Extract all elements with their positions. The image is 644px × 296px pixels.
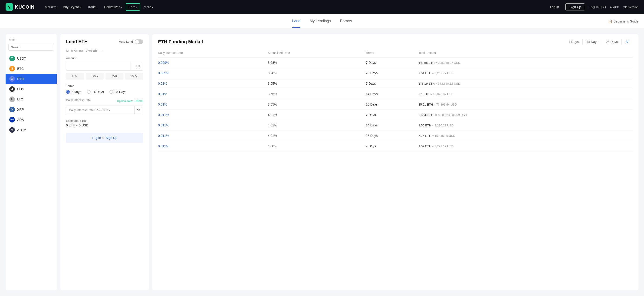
coin-item-atom[interactable]: ⊕ ATOM (6, 125, 57, 135)
term-7days[interactable]: 7 Days (66, 90, 81, 94)
pct-100-button[interactable]: 100% (125, 73, 143, 80)
filter-7days[interactable]: 7 Days (565, 39, 583, 44)
terms-cell: 28 Days (366, 131, 418, 141)
nav-earn[interactable]: Earn ▾ (126, 3, 140, 11)
rate-cell[interactable]: 0.011% (158, 110, 268, 120)
coin-item-ada[interactable]: ✦✦ ADA (6, 115, 57, 125)
rate-cell[interactable]: 0.012% (158, 141, 268, 151)
signup-button[interactable]: Sign Up (566, 3, 585, 10)
coin-item-eos[interactable]: ◆ EOS (6, 84, 57, 94)
rate-cell[interactable]: 0.011% (158, 120, 268, 131)
percent-buttons: 25% 50% 75% 100% (66, 73, 143, 80)
radio-28days (110, 90, 113, 94)
guide-icon: 📋 (608, 19, 612, 23)
annualized-cell: 3.65% (268, 99, 366, 110)
language-selector[interactable]: English/USD (589, 5, 606, 9)
table-row: 0.01% 3.65% 14 Days 9.1 ETH ≈ 19,076.37 … (158, 89, 633, 99)
filter-all[interactable]: All (622, 39, 633, 44)
term-14days[interactable]: 14 Days (87, 90, 104, 94)
amount-label: Amount (66, 56, 143, 60)
table-row: 0.012% 4.38% 7 Days 1.57 ETH ≈ 3,291.19 … (158, 141, 633, 151)
rate-cell[interactable]: 0.009% (158, 68, 268, 78)
radio-14days (87, 90, 90, 94)
pct-25-button[interactable]: 25% (66, 73, 84, 80)
nav-derivatives[interactable]: Derivatives ▾ (101, 3, 125, 11)
rate-cell[interactable]: 0.01% (158, 89, 268, 99)
login-link[interactable]: Log In (92, 136, 101, 140)
amount-cell: 1.56 ETH ≈ 3,270.23 USD (418, 120, 633, 131)
table-row: 0.011% 4.01% 28 Days 7.75 ETH ≈ 16,246.3… (158, 131, 633, 141)
eth-icon: Ξ (9, 76, 15, 82)
coin-item-eth[interactable]: Ξ ETH (6, 74, 57, 84)
navbar: KUCOIN Markets Buy Crypto ▾ Trade ▾ Deri… (0, 0, 644, 14)
auto-lend-toggle[interactable] (135, 39, 143, 44)
auto-lend-label[interactable]: Auto-Lend (119, 40, 133, 43)
app-download[interactable]: ⬇ APP (610, 5, 619, 9)
term-28days[interactable]: 28 Days (110, 90, 126, 94)
download-icon: ⬇ (610, 5, 612, 9)
amount-input-wrap: ETH (66, 62, 143, 71)
rate-label: Daily Interest Rate (66, 98, 91, 102)
est-profit-value: 0 ETH ≈ 0 USD (66, 123, 143, 127)
rate-input[interactable] (66, 106, 134, 114)
rate-cell[interactable]: 0.011% (158, 131, 268, 141)
nav-more[interactable]: More ▾ (141, 3, 156, 11)
coin-item-btc[interactable]: ₿ BTC (6, 64, 57, 74)
amount-cell: 178.19 ETH ≈ 373,540.62 USD (418, 78, 633, 89)
rate-cell[interactable]: 0.01% (158, 78, 268, 89)
amount-cell: 1.57 ETH ≈ 3,291.19 USD (418, 141, 633, 151)
filter-28days[interactable]: 28 Days (602, 39, 622, 44)
tab-my-lendings[interactable]: My Lendings (310, 15, 331, 28)
coin-item-usdt[interactable]: T USDT (6, 53, 57, 64)
signup-link[interactable]: Sign Up (106, 136, 117, 140)
coin-label-ltc: LTC (17, 97, 23, 101)
auto-lend-area: Auto-Lend (119, 39, 143, 44)
terms-label: Terms (66, 84, 143, 88)
amount-cell: 9.1 ETH ≈ 19,076.37 USD (418, 89, 633, 99)
optimal-rate-value: 0.009% (134, 100, 143, 103)
eos-icon: ◆ (9, 86, 15, 92)
beginners-guide[interactable]: 📋 Beginner's Guide (608, 19, 638, 23)
terms-cell: 14 Days (366, 89, 418, 99)
terms-radio-group: 7 Days 14 Days 28 Days (66, 90, 143, 94)
radio-7days (66, 90, 70, 94)
rate-input-wrap: % (66, 106, 143, 114)
nav-trade[interactable]: Trade ▾ (84, 3, 100, 11)
coin-label-usdt: USDT (17, 57, 26, 60)
nav-right: Log In Sign Up English/USD ⬇ APP Old Ver… (547, 3, 638, 10)
amount-cell: 7.75 ETH ≈ 16,246.36 USD (418, 131, 633, 141)
col-total-amount: Total Amount (418, 49, 633, 58)
lend-header: Lend ETH Auto-Lend (66, 39, 143, 44)
rate-cell[interactable]: 0.01% (158, 99, 268, 110)
nav-markets[interactable]: Markets (42, 3, 59, 11)
login-button[interactable]: Log In (547, 4, 562, 10)
col-daily-rate: Daily Interest Rate (158, 49, 268, 58)
logo[interactable]: KUCOIN (6, 3, 34, 11)
ada-icon: ✦✦ (9, 117, 15, 123)
coin-label-xrp: XRP (17, 108, 24, 111)
tabs-bar: Lend My Lendings Borrow 📋 Beginner's Gui… (0, 14, 644, 29)
rate-cell[interactable]: 0.009% (158, 58, 268, 68)
pct-50-button[interactable]: 50% (86, 73, 104, 80)
amount-input[interactable] (66, 62, 130, 70)
chevron-down-icon: ▾ (96, 6, 98, 8)
market-panel: ETH Funding Market 7 Days 14 Days 28 Day… (152, 34, 638, 291)
annualized-cell: 3.65% (268, 89, 366, 99)
nav-buy-crypto[interactable]: Buy Crypto ▾ (60, 3, 84, 11)
coin-search-input[interactable] (8, 44, 54, 51)
old-version-link[interactable]: Old Version (623, 5, 638, 9)
coin-label-atom: ATOM (17, 128, 26, 132)
market-table: Daily Interest Rate Annualized Rate Term… (158, 49, 633, 151)
lend-title: Lend ETH (66, 39, 88, 44)
coin-item-xrp[interactable]: ✕ XRP (6, 104, 57, 115)
logo-icon (6, 3, 13, 11)
tab-borrow[interactable]: Borrow (340, 15, 352, 28)
login-signup-bar: Log In or Sign Up (66, 133, 143, 143)
coin-label-ada: ADA (17, 118, 24, 122)
market-title: ETH Funding Market (158, 39, 203, 44)
tab-lend[interactable]: Lend (292, 15, 301, 28)
filter-14days[interactable]: 14 Days (583, 39, 602, 44)
coin-item-ltc[interactable]: Ł LTC (6, 94, 57, 104)
pct-75-button[interactable]: 75% (106, 73, 123, 80)
terms-cell: 14 Days (366, 120, 418, 131)
